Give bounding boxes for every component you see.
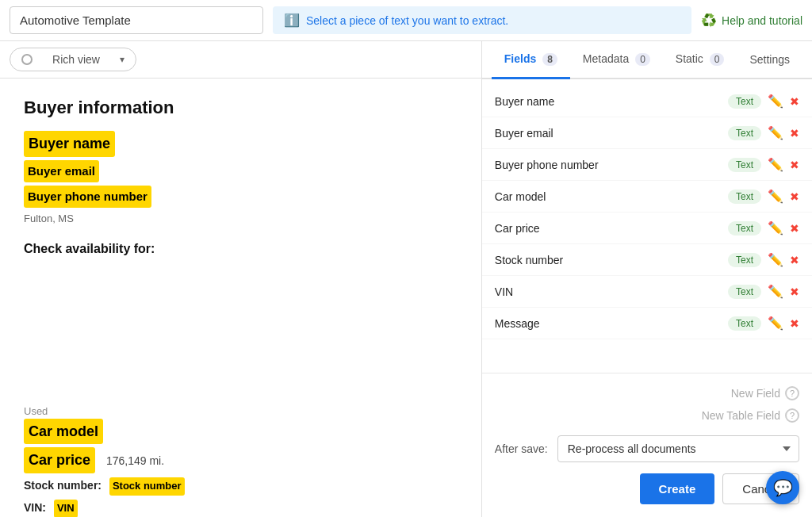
field-row: Stock numberText✏️✖ <box>482 244 812 276</box>
remove-icon[interactable]: ✖ <box>790 95 799 108</box>
field-name: Buyer email <box>495 127 722 140</box>
location-text: Fulton, MS <box>24 213 74 224</box>
chat-icon: 💬 <box>773 478 793 497</box>
stock-number-highlight[interactable]: Stock number <box>109 477 185 496</box>
tab-static-label: Static <box>676 52 703 65</box>
new-table-field-button[interactable]: New Table Field ? <box>495 408 799 423</box>
field-actions: ✏️✖ <box>768 252 799 267</box>
tab-metadata-label: Metadata <box>583 52 629 65</box>
vin-line: VIN: VIN <box>24 499 458 517</box>
view-select[interactable]: Rich view ▾ <box>10 48 136 71</box>
info-icon: ℹ️ <box>284 13 300 28</box>
car-model-highlight[interactable]: Car model <box>24 419 103 445</box>
after-save-select[interactable]: Re-process all documents <box>557 435 799 462</box>
buyer-name-line: Buyer name <box>24 131 458 157</box>
vin-label: VIN: <box>24 501 46 514</box>
stock-number-line: Stock number: Stock number <box>24 477 458 496</box>
edit-icon[interactable]: ✏️ <box>768 316 783 331</box>
stock-label: Stock number: <box>24 479 102 492</box>
check-availability-label: Check availability for: <box>24 242 458 256</box>
field-type-badge: Text <box>728 190 761 204</box>
view-icon <box>21 54 33 65</box>
field-name: Car price <box>495 222 722 235</box>
remove-icon[interactable]: ✖ <box>790 159 799 171</box>
field-type-badge: Text <box>728 126 761 140</box>
info-message: Select a piece of text you want to extra… <box>306 14 508 27</box>
car-price-line: Car price 176,149 mi. <box>24 447 458 473</box>
field-actions: ✏️✖ <box>768 316 799 331</box>
vin-highlight[interactable]: VIN <box>54 500 78 517</box>
edit-icon[interactable]: ✏️ <box>768 252 783 267</box>
new-table-field-help-icon: ? <box>785 408 799 423</box>
car-model-line: Car model <box>24 419 458 445</box>
help-circle-icon: ♻️ <box>701 13 717 28</box>
field-row: VINText✏️✖ <box>482 276 812 308</box>
remove-icon[interactable]: ✖ <box>790 127 799 140</box>
new-field-button[interactable]: New Field ? <box>495 386 799 400</box>
help-link[interactable]: ♻️ Help and tutorial <box>701 13 802 28</box>
field-name: VIN <box>495 285 722 298</box>
edit-icon[interactable]: ✏️ <box>768 94 783 109</box>
tab-static[interactable]: Static 0 <box>663 41 737 79</box>
field-actions: ✏️✖ <box>768 284 799 299</box>
create-button[interactable]: Create <box>640 473 715 504</box>
buyer-name-highlight[interactable]: Buyer name <box>24 131 115 157</box>
doc-spacer <box>24 262 458 405</box>
tab-metadata[interactable]: Metadata 0 <box>570 41 663 79</box>
car-price-highlight[interactable]: Car price <box>24 447 95 473</box>
remove-icon[interactable]: ✖ <box>790 285 799 298</box>
edit-icon[interactable]: ✏️ <box>768 189 783 204</box>
field-row: Buyer nameText✏️✖ <box>482 86 812 117</box>
field-actions: ✏️✖ <box>768 189 799 204</box>
new-table-field-label: New Table Field <box>702 409 780 422</box>
field-row: Car modelText✏️✖ <box>482 181 812 213</box>
header: ℹ️ Select a piece of text you want to ex… <box>0 0 812 41</box>
view-label: Rich view <box>52 53 100 66</box>
tab-static-badge: 0 <box>710 53 725 66</box>
field-name: Buyer phone number <box>495 159 722 171</box>
tab-fields-label: Fields <box>504 52 536 65</box>
field-row: MessageText✏️✖ <box>482 308 812 339</box>
remove-icon[interactable]: ✖ <box>790 317 799 330</box>
field-row: Car priceText✏️✖ <box>482 213 812 244</box>
tabs-bar: Fields 8 Metadata 0 Static 0 Settings <box>482 41 812 79</box>
main-body: Rich view ▾ Buyer information Buyer name… <box>0 41 812 517</box>
field-type-badge: Text <box>728 94 761 109</box>
buyer-section-title: Buyer information <box>24 98 458 118</box>
action-buttons: Create Cancel <box>495 473 799 504</box>
new-field-label: New Field <box>731 387 780 400</box>
template-name-input[interactable] <box>10 6 263 34</box>
field-row: Buyer emailText✏️✖ <box>482 117 812 149</box>
help-label: Help and tutorial <box>722 14 802 27</box>
buyer-phone-highlight[interactable]: Buyer phone number <box>24 186 151 208</box>
edit-icon[interactable]: ✏️ <box>768 157 783 172</box>
field-name: Stock number <box>495 254 722 266</box>
after-save-label: After save: <box>495 442 548 455</box>
field-type-badge: Text <box>728 158 761 172</box>
field-actions: ✏️✖ <box>768 157 799 172</box>
buyer-email-highlight[interactable]: Buyer email <box>24 160 99 182</box>
edit-icon[interactable]: ✏️ <box>768 220 783 236</box>
edit-icon[interactable]: ✏️ <box>768 125 783 140</box>
chat-bubble[interactable]: 💬 <box>766 471 799 504</box>
field-name: Buyer name <box>495 95 722 108</box>
field-actions: ✏️✖ <box>768 220 799 236</box>
fields-list: Buyer nameText✏️✖Buyer emailText✏️✖Buyer… <box>482 79 812 373</box>
tab-settings[interactable]: Settings <box>737 42 802 79</box>
field-row: Buyer phone numberText✏️✖ <box>482 149 812 181</box>
right-panel: Fields 8 Metadata 0 Static 0 Settings Bu… <box>482 41 812 517</box>
field-type-badge: Text <box>728 221 761 236</box>
edit-icon[interactable]: ✏️ <box>768 284 783 299</box>
buyer-email-line: Buyer email <box>24 160 458 182</box>
remove-icon[interactable]: ✖ <box>790 190 799 203</box>
new-field-help-icon: ? <box>785 386 799 400</box>
info-banner: ℹ️ Select a piece of text you want to ex… <box>273 6 691 34</box>
tab-fields[interactable]: Fields 8 <box>492 41 570 79</box>
bottom-section: New Field ? New Table Field ? After save… <box>482 373 812 517</box>
remove-icon[interactable]: ✖ <box>790 254 799 266</box>
tab-metadata-badge: 0 <box>635 53 650 66</box>
toolbar: Rich view ▾ <box>0 41 481 79</box>
remove-icon[interactable]: ✖ <box>790 222 799 235</box>
field-type-badge: Text <box>728 253 761 267</box>
field-type-badge: Text <box>728 285 761 299</box>
